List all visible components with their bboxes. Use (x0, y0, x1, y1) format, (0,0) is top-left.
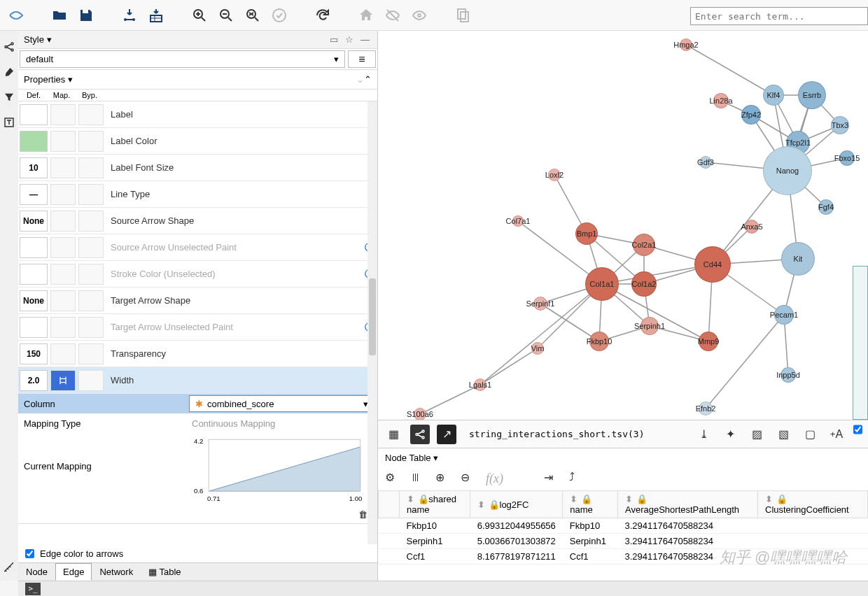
show-icon[interactable] (407, 3, 431, 27)
node-anxa5[interactable]: Anxa5 (745, 220, 759, 234)
birds-eye-view[interactable] (853, 266, 868, 420)
share-network-icon[interactable] (410, 425, 430, 444)
property-row-target-arrow-unselected-paint[interactable]: Target Arrow Unselected Paintⓘ (18, 314, 377, 341)
save-icon[interactable] (74, 3, 98, 27)
mapping-cell[interactable] (50, 370, 76, 391)
refresh-icon[interactable] (311, 3, 335, 27)
mapping-cell[interactable] (50, 131, 76, 152)
minimize-icon[interactable]: — (360, 34, 372, 45)
default-value-cell[interactable] (20, 104, 48, 125)
detach-icon[interactable]: ▭ (330, 34, 341, 45)
mapping-cell[interactable] (50, 290, 76, 311)
settings-icon[interactable]: ⚙ (385, 471, 400, 486)
mapping-cell[interactable] (50, 211, 76, 232)
default-value-cell[interactable]: 2.0 (20, 370, 48, 391)
bypass-cell[interactable] (78, 290, 104, 311)
table-row[interactable]: Fkbp106.99312044955656Fkbp103.2941176470… (379, 518, 868, 534)
property-row-label[interactable]: Label‹ (18, 101, 377, 128)
node-col1a1[interactable]: Col1a1 (585, 267, 619, 301)
mapping-type-row[interactable]: Mapping TypeContinuous Mapping (18, 413, 377, 433)
add-column-icon[interactable]: ⊕ (435, 471, 451, 486)
bypass-cell[interactable] (78, 157, 104, 178)
default-value-cell[interactable] (20, 317, 48, 338)
column-header[interactable]: ⬍ 🔒 name (563, 491, 618, 518)
import-network-icon[interactable] (118, 3, 141, 27)
tab-network[interactable]: Network (92, 563, 141, 581)
bypass-cell[interactable] (78, 104, 104, 125)
node-kit[interactable]: Kit (781, 242, 815, 276)
mapping-cell[interactable] (50, 317, 76, 338)
node-s100a6[interactable]: S100a6 (414, 408, 426, 420)
mapping-cell[interactable] (50, 184, 76, 205)
edge-color-to-arrows-checkbox[interactable]: Edge color to arrows (18, 544, 377, 562)
copy-icon[interactable] (451, 3, 475, 27)
import-table-icon-2[interactable]: ⇥ (544, 471, 559, 486)
node-lgals1[interactable]: Lgals1 (474, 378, 486, 391)
column-header[interactable]: ⬍ 🔒 AverageShortestPathLength (618, 491, 758, 518)
bypass-cell[interactable] (78, 211, 104, 232)
property-row-width[interactable]: 2.0Width˅ (18, 367, 377, 394)
style-menu-button[interactable]: ≡ (348, 50, 376, 68)
property-row-source-arrow-unselected-paint[interactable]: Source Arrow Unselected Paintⓘ (18, 234, 377, 261)
property-row-target-arrow-shape[interactable]: NoneTarget Arrow Shape‹ (18, 288, 377, 314)
node-col2a1[interactable]: Col2a1 (633, 234, 655, 256)
bypass-cell[interactable] (78, 264, 104, 285)
columns-icon[interactable]: ⫼ (410, 471, 426, 486)
node-hmga2[interactable]: Hmga2 (680, 38, 692, 51)
default-value-cell[interactable]: None (20, 290, 48, 311)
ruler-icon[interactable] (3, 561, 15, 574)
default-value-cell[interactable] (20, 237, 48, 258)
collapse-all-icon[interactable]: ⌃ (364, 74, 372, 85)
node-col7a1[interactable]: Col7a1 (512, 215, 524, 227)
annotation-icon[interactable]: ▢ (800, 425, 820, 444)
node-mmp9[interactable]: Mmp9 (699, 332, 718, 351)
always-show-icon[interactable]: ✦ (720, 425, 740, 444)
column-header[interactable]: ⬍ 🔒 ClusteringCoefficient (758, 491, 868, 518)
grid-view-icon[interactable]: ▦ (384, 425, 403, 444)
style-panel-title[interactable]: Style ▾ (24, 34, 52, 45)
pin-icon[interactable]: ☆ (345, 34, 356, 45)
node-inpp5d[interactable]: Inpp5d (780, 367, 796, 383)
bypass-cell[interactable] (78, 131, 104, 152)
mapping-column-row[interactable]: Column✱ combined_score ▾ (18, 394, 377, 413)
node-loxl2[interactable]: Loxl2 (548, 169, 561, 181)
node-col1a2[interactable]: Col1a2 (631, 271, 657, 297)
filter-icon[interactable] (3, 91, 15, 104)
default-value-cell[interactable]: 10 (20, 157, 48, 178)
export-icon[interactable]: ⤓ (694, 425, 713, 444)
mapping-cell[interactable] (50, 157, 76, 178)
hide-icon[interactable] (381, 3, 405, 27)
node-cd44[interactable]: Cd44 (694, 246, 731, 283)
node-tbx3[interactable]: Tbx3 (831, 116, 849, 134)
node-klf4[interactable]: Klf4 (763, 85, 784, 106)
mapping-cell[interactable] (50, 343, 76, 364)
export-table-icon[interactable]: ⤴ (569, 471, 584, 486)
table-row[interactable]: Ccf18.16778197871211Ccf13.29411764705882… (379, 549, 868, 565)
zoom-fit-icon[interactable] (241, 3, 265, 27)
property-row-label-font-size[interactable]: 10Label Font Size‹ (18, 155, 377, 181)
table-row[interactable]: Serpinh15.00366701303872Serpinh13.294117… (379, 534, 868, 549)
default-value-cell[interactable]: — (20, 184, 48, 205)
bypass-cell[interactable] (78, 343, 104, 364)
node-bmp1[interactable]: Bmp1 (575, 222, 598, 245)
default-value-cell[interactable] (20, 264, 48, 285)
bypass-cell[interactable] (78, 370, 104, 391)
column-header[interactable]: ⬍ 🔒 log2FC (470, 491, 563, 518)
show-all-icon[interactable]: ▨ (747, 425, 766, 444)
default-value-cell[interactable]: 150 (20, 343, 48, 364)
bypass-cell[interactable] (78, 184, 104, 205)
mapping-cell[interactable] (50, 104, 76, 125)
node-pecam1[interactable]: Pecam1 (774, 305, 794, 325)
column-header[interactable]: ⬍ 🔒 shared name (400, 491, 470, 518)
node-gdf3[interactable]: Gdf3 (699, 156, 712, 169)
properties-toggle[interactable]: Properties ▾ (24, 74, 73, 85)
node-nanog[interactable]: Nanog (763, 146, 812, 195)
share-icon[interactable] (3, 41, 15, 53)
default-value-cell[interactable]: None (20, 211, 48, 232)
node-efnb2[interactable]: Efnb2 (699, 402, 713, 416)
mapping-cell[interactable] (50, 237, 76, 258)
zoom-in-icon[interactable] (188, 3, 211, 27)
property-row-source-arrow-shape[interactable]: NoneSource Arrow Shape‹ (18, 208, 377, 234)
cytoscape-logo-icon[interactable] (4, 3, 28, 27)
function-icon[interactable]: f(x) (486, 471, 503, 486)
